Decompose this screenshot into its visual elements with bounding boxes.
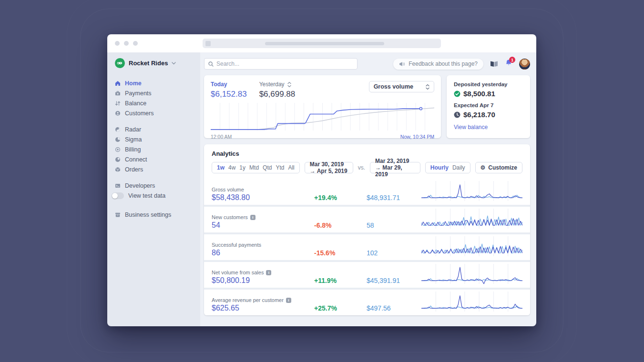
customize-label: Customize (488, 164, 517, 171)
gear-icon: ⚙ (480, 164, 486, 171)
metric-delta: -6.8% (314, 221, 367, 230)
updown-chevrons-icon[interactable] (287, 82, 291, 87)
sidebar-item-label: Developers (125, 182, 155, 189)
metric-select-value: Gross volume (374, 83, 413, 90)
window-minimize-dot[interactable] (124, 41, 129, 46)
url-text-placeholder (265, 42, 384, 45)
sidebar-item-radar[interactable]: Radar (115, 125, 200, 134)
analytics-title: Analytics (212, 150, 522, 157)
tab-today[interactable]: Today $6,152.83 (211, 81, 247, 99)
deposits-card: Deposited yesterday $8,500.81 Expected A… (447, 75, 530, 138)
metric-select[interactable]: Gross volume (369, 81, 434, 92)
info-icon[interactable]: i (286, 298, 291, 303)
account-name: Rocket Rides (129, 60, 168, 67)
home-icon (115, 80, 121, 86)
notifications-button[interactable]: 1 (505, 59, 512, 69)
granularity-daily[interactable]: Daily (452, 164, 465, 171)
metric-previous-value: $45,391.91 (367, 277, 421, 285)
analytics-card: Analytics 1w 4w 1y Mtd Qtd Ytd All Mar 3… (204, 144, 530, 315)
sidebar-item-billing[interactable]: Billing (115, 145, 200, 154)
test-data-toggle[interactable] (112, 192, 124, 199)
metric-value: 86 (212, 249, 314, 257)
preset-ytd[interactable]: Ytd (276, 164, 284, 171)
terminal-icon (115, 183, 121, 189)
sidebar-item-label: Orders (125, 166, 143, 173)
billing-icon (115, 147, 121, 152)
sidebar-item-home[interactable]: Home (115, 79, 200, 88)
metric-label: Average revenue per customer (212, 297, 284, 303)
sidebar-item-label: Home (125, 80, 142, 87)
info-icon[interactable]: i (250, 215, 256, 220)
sidebar-item-label: Customers (125, 110, 153, 117)
archive-icon (115, 212, 121, 218)
preset-1w[interactable]: 1w (217, 164, 225, 171)
metric-value: $50,800.19 (212, 276, 314, 285)
today-value: $6,152.83 (211, 90, 247, 99)
account-switcher[interactable]: Rocket Rides (115, 58, 200, 68)
sidebar-item-sigma[interactable]: Sigma (115, 135, 200, 144)
metric-previous-value: 102 (367, 249, 421, 257)
top-bar: Feedback about this page? 1 (204, 58, 530, 70)
metric-row-average-revenue: Average revenue per customeri $625.65 +2… (204, 290, 530, 315)
view-balance-link[interactable]: View balance (454, 124, 523, 131)
metric-value: 54 (212, 221, 314, 230)
today-vs-yesterday-chart (211, 103, 434, 132)
yesterday-label: Yesterday (259, 81, 285, 88)
metric-label: Successful payments (212, 242, 261, 248)
sidebar-item-business-settings[interactable]: Business settings (115, 210, 200, 220)
x-axis-start-label: 12:00 AM (211, 134, 232, 140)
sidebar-item-label: View test data (128, 192, 165, 199)
deposited-value: $8,500.81 (463, 90, 495, 98)
radar-icon (115, 127, 121, 132)
nav-group-tools: Developers View test data (115, 181, 200, 201)
notification-badge: 1 (509, 57, 515, 63)
browser-url-bar[interactable] (203, 39, 441, 48)
browser-window: Rocket Rides Home Payments Balance (107, 34, 536, 326)
site-favicon (205, 41, 211, 46)
feedback-button[interactable]: Feedback about this page? (393, 59, 483, 70)
sparkline-chart (421, 235, 522, 257)
sidebar-item-balance[interactable]: Balance (115, 99, 200, 108)
compare-range-button[interactable]: Mar 23, 2019 → Mar 29, 2019 (370, 162, 420, 173)
sigma-icon (115, 137, 121, 142)
balance-icon (115, 101, 121, 106)
user-avatar[interactable] (519, 59, 530, 70)
metric-previous-value: $48,931.71 (367, 194, 421, 202)
sidebar-item-label: Balance (125, 100, 146, 107)
window-close-dot[interactable] (115, 41, 120, 46)
tab-yesterday[interactable]: Yesterday $6,699.88 (259, 81, 296, 99)
window-maximize-dot[interactable] (133, 41, 138, 46)
analytics-header: Analytics 1w 4w 1y Mtd Qtd Ytd All Mar 3… (204, 144, 530, 173)
chart-x-axis: 12:00 AM Now, 10:34 PM (211, 134, 434, 140)
search-box[interactable] (204, 58, 358, 70)
granularity-hourly[interactable]: Hourly (430, 164, 449, 171)
sidebar-item-view-test-data[interactable]: View test data (115, 191, 200, 201)
today-label: Today (211, 81, 227, 88)
sidebar-item-payments[interactable]: Payments (115, 89, 200, 98)
preset-qtd[interactable]: Qtd (263, 164, 272, 171)
metric-label: Net volume from sales (212, 270, 264, 275)
docs-book-icon[interactable] (490, 60, 498, 67)
sidebar-item-orders[interactable]: Orders (115, 165, 200, 174)
range-preset-group: 1w 4w 1y Mtd Qtd Ytd All (212, 162, 300, 173)
granularity-group: Hourly Daily (425, 162, 470, 173)
info-icon[interactable]: i (266, 270, 271, 275)
vs-label: vs. (358, 164, 365, 171)
sidebar-item-customers[interactable]: Customers (115, 109, 200, 118)
sparkline-chart (421, 180, 522, 202)
preset-4w[interactable]: 4w (228, 164, 235, 171)
search-input[interactable] (216, 60, 353, 67)
expected-label: Expected Apr 7 (454, 102, 523, 108)
expected-value: $6,218.70 (463, 111, 495, 119)
sidebar-item-connect[interactable]: Connect (115, 155, 200, 164)
preset-1y[interactable]: 1y (239, 164, 245, 171)
customize-button[interactable]: ⚙ Customize (475, 162, 522, 173)
top-bar-actions: Feedback about this page? 1 (393, 59, 530, 70)
chevron-down-icon (172, 62, 176, 65)
sidebar-item-developers[interactable]: Developers (115, 181, 200, 191)
metric-delta: -15.6% (314, 249, 367, 257)
date-range-button[interactable]: Mar 30, 2019 → Apr 5, 2019 (305, 162, 353, 173)
sidebar-item-label: Business settings (125, 211, 171, 218)
preset-all[interactable]: All (288, 164, 294, 171)
preset-mtd[interactable]: Mtd (249, 164, 259, 171)
